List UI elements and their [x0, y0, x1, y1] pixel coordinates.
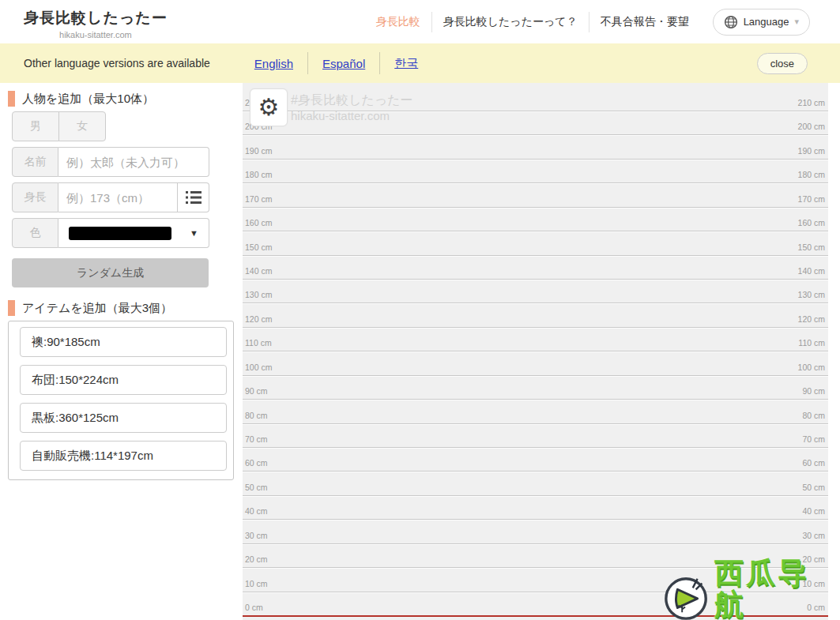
- tick-label-left: 70 cm: [245, 434, 268, 445]
- grid-line: [243, 495, 828, 496]
- tick-label-left: 110 cm: [245, 337, 272, 349]
- height-field-row: 身長: [12, 182, 209, 212]
- random-generate-button[interactable]: ランダム生成: [12, 258, 209, 287]
- tick-label-right: 90 cm: [802, 385, 825, 397]
- item-section-label: アイテムを追加（最大3個）: [22, 301, 172, 316]
- tick-label-left: 130 cm: [245, 289, 272, 301]
- item-button-fusuma[interactable]: 襖:90*185cm: [20, 327, 227, 357]
- tick-label-right: 100 cm: [798, 362, 825, 374]
- tick-label-left: 100 cm: [245, 362, 272, 374]
- height-scale: ⚙ #身長比較したったー hikaku-sitatter.com 西瓜导航 ht…: [243, 83, 828, 620]
- banner-divider: [307, 52, 308, 74]
- language-link-english[interactable]: English: [254, 57, 293, 70]
- watermelon-logo-icon: [662, 571, 711, 620]
- nav-item-feedback[interactable]: 不具合報告・要望: [601, 15, 689, 29]
- grid-line: [243, 327, 828, 328]
- list-icon: [186, 190, 202, 205]
- site-watermark-name: 西瓜导航: [714, 558, 830, 620]
- grid-line: [243, 302, 828, 303]
- site-title: 身長比較したったー: [24, 8, 168, 28]
- tick-label-left: 40 cm: [245, 505, 268, 517]
- language-button[interactable]: Language ▾: [713, 9, 810, 36]
- grid-line: [243, 207, 828, 208]
- person-section-title: 人物を追加（最大10体）: [8, 91, 243, 107]
- name-field-label: 名前: [12, 147, 58, 177]
- tick-label-right: 80 cm: [802, 410, 825, 422]
- chevron-down-icon: ▾: [794, 17, 799, 27]
- tick-label-left: 150 cm: [245, 242, 272, 254]
- section-marker: [8, 300, 15, 316]
- grid-line: [243, 543, 828, 544]
- nav-item-about[interactable]: 身長比較したったーって？: [443, 15, 578, 29]
- grid-line: [243, 399, 828, 400]
- person-section-label: 人物を追加（最大10体）: [22, 92, 154, 107]
- tick-label-right: 170 cm: [798, 194, 825, 205]
- site-subtitle: hikaku-sitatter.com: [24, 30, 168, 39]
- item-button-blackboard[interactable]: 黒板:360*125cm: [20, 403, 227, 433]
- tick-label-right: 50 cm: [802, 482, 825, 494]
- tick-label-left: 50 cm: [245, 482, 268, 494]
- language-link-spanish[interactable]: Español: [322, 57, 365, 70]
- chart-watermark-hashtag: #身長比較したったー: [291, 92, 412, 108]
- chart-watermark: #身長比較したったー hikaku-sitatter.com: [291, 92, 412, 123]
- chart-watermark-domain: hikaku-sitatter.com: [291, 108, 412, 123]
- grid-line: [243, 182, 828, 183]
- banner-message: Other language versions are available: [24, 57, 210, 70]
- tick-label-right: 60 cm: [802, 457, 825, 469]
- nav-item-height-compare[interactable]: 身長比較: [376, 15, 420, 29]
- settings-button[interactable]: ⚙: [250, 88, 288, 126]
- tick-label-left: 160 cm: [245, 217, 272, 229]
- tick-label-right: 140 cm: [798, 265, 825, 277]
- height-input[interactable]: [58, 182, 178, 212]
- tick-label-right: 30 cm: [802, 530, 825, 542]
- female-button[interactable]: 女: [58, 111, 106, 141]
- nav-divider: [589, 12, 590, 32]
- item-section-title: アイテムを追加（最大3個）: [8, 300, 243, 316]
- site-title-block[interactable]: 身長比較したったー hikaku-sitatter.com: [24, 5, 168, 39]
- tick-label-left: 80 cm: [245, 410, 268, 422]
- tick-label-right: 70 cm: [802, 434, 825, 445]
- tick-label-left: 190 cm: [245, 145, 272, 157]
- sidebar: 人物を追加（最大10体） 男 女 名前 身長: [0, 83, 243, 480]
- header: 身長比較したったー hikaku-sitatter.com 身長比較 身長比較し…: [0, 0, 840, 43]
- grid-line: [243, 447, 828, 448]
- tick-label-left: 30 cm: [245, 530, 268, 542]
- item-button-vending-machine[interactable]: 自動販売機:114*197cm: [20, 441, 227, 471]
- grid-line: [243, 255, 828, 256]
- tick-label-left: 90 cm: [245, 385, 268, 397]
- language-label: Language: [744, 16, 789, 28]
- grid-line: [243, 351, 828, 351]
- item-list: 襖:90*185cm 布団:150*224cm 黒板:360*125cm 自動販…: [8, 321, 234, 480]
- height-field-label: 身長: [12, 182, 58, 212]
- tick-label-left: 140 cm: [245, 265, 272, 277]
- grid-line: [243, 134, 828, 135]
- grid-line: [243, 159, 828, 160]
- item-button-futon[interactable]: 布団:150*224cm: [20, 365, 227, 395]
- tick-label-right: 150 cm: [798, 242, 825, 254]
- color-field-row: 色 ▼: [12, 218, 209, 248]
- language-banner: Other language versions are available En…: [0, 43, 840, 83]
- tick-label-left: 60 cm: [245, 457, 268, 469]
- section-marker: [8, 91, 15, 107]
- male-button[interactable]: 男: [12, 111, 59, 141]
- tick-label-left: 180 cm: [245, 169, 272, 181]
- grid-line: [243, 279, 828, 280]
- tick-label-right: 200 cm: [798, 121, 825, 133]
- language-link-korean[interactable]: 한국: [394, 56, 418, 71]
- tick-label-right: 130 cm: [798, 289, 825, 301]
- nav-divider: [431, 12, 432, 32]
- height-preset-list-button[interactable]: [178, 182, 209, 212]
- color-swatch: [69, 227, 171, 240]
- site-watermark-text: 西瓜导航 https://xgdh.cn: [714, 558, 830, 620]
- color-select[interactable]: ▼: [58, 218, 209, 248]
- grid-line: [243, 519, 828, 520]
- name-input[interactable]: [58, 147, 209, 177]
- tick-label-right: 40 cm: [802, 505, 825, 517]
- dropdown-arrow-icon: ▼: [190, 228, 198, 238]
- gear-icon: ⚙: [258, 96, 280, 119]
- banner-close-button[interactable]: close: [757, 53, 808, 74]
- tick-label-right: 190 cm: [798, 145, 825, 157]
- tick-label-left: 10 cm: [245, 578, 268, 590]
- tick-label-right: 110 cm: [798, 337, 825, 349]
- tick-label-right: 180 cm: [798, 169, 825, 181]
